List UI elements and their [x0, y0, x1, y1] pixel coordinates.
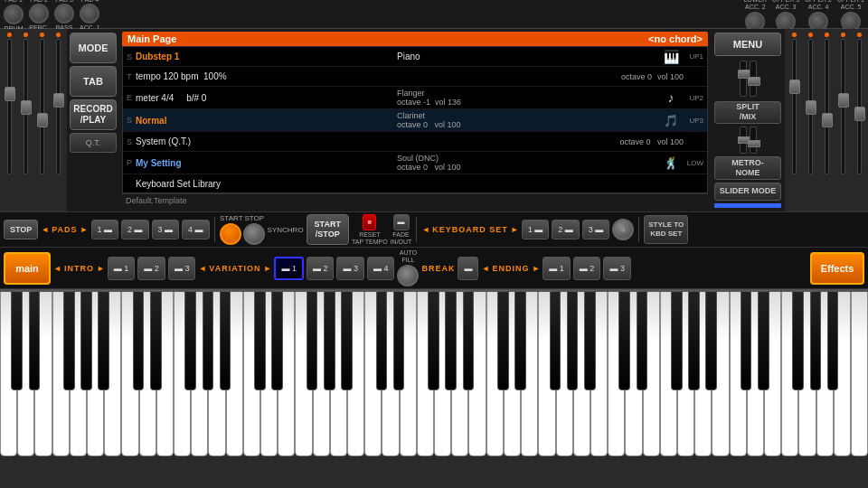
var-btn-3[interactable]: ▬ 3: [336, 257, 364, 280]
synchro-start-btn[interactable]: [220, 223, 241, 245]
display-row-7[interactable]: Keyboard Set Library: [123, 174, 707, 192]
black-key[interactable]: [827, 292, 838, 390]
fader-ch1-handle[interactable]: [5, 87, 15, 101]
ending-btn-2[interactable]: ▬ 2: [573, 257, 601, 280]
qt-button[interactable]: Q.T.: [70, 133, 117, 153]
start-stop-btn[interactable]: START/STOP: [307, 214, 349, 245]
display-row-6[interactable]: P My Setting Soul (DNC)octave 0 vol 100 …: [123, 152, 707, 174]
effects-button[interactable]: Effects: [810, 252, 864, 285]
black-key[interactable]: [618, 292, 629, 390]
display-row-3[interactable]: E meter 4/4 b/# 0 Flangeroctave -1 vol 1…: [123, 87, 707, 109]
main-button[interactable]: main: [4, 252, 51, 285]
pad-1-button[interactable]: [4, 5, 24, 24]
stop-button[interactable]: STOP: [4, 220, 38, 239]
mode-button[interactable]: MODE: [70, 33, 117, 63]
kbd-num-1[interactable]: 1 ▬: [522, 220, 550, 239]
black-key[interactable]: [514, 292, 525, 390]
black-key[interactable]: [376, 292, 387, 390]
auto-fill-btn[interactable]: [397, 265, 419, 286]
synchro-stop-btn[interactable]: [243, 223, 265, 245]
black-key[interactable]: [80, 292, 91, 390]
rfader-ch2-track[interactable]: [808, 39, 813, 174]
black-key[interactable]: [550, 292, 561, 390]
black-key[interactable]: [567, 292, 578, 390]
fader-ch3-track[interactable]: [40, 39, 44, 174]
pad-num-4[interactable]: 4 ▬: [182, 220, 210, 239]
black-key[interactable]: [445, 292, 456, 390]
intro-btn-1[interactable]: ▬ 1: [108, 257, 136, 280]
var-btn-4[interactable]: ▬ 4: [367, 257, 395, 280]
fade-btn[interactable]: ▬: [393, 214, 410, 230]
black-key[interactable]: [11, 292, 22, 390]
black-key[interactable]: [29, 292, 40, 390]
kbd-num-4-btn[interactable]: 4: [612, 219, 634, 240]
black-key[interactable]: [671, 292, 682, 390]
var-btn-1[interactable]: ▬ 1: [274, 257, 304, 280]
split-fader-1[interactable]: [740, 127, 747, 154]
black-key[interactable]: [428, 292, 439, 390]
black-key[interactable]: [307, 292, 317, 390]
black-key[interactable]: [98, 292, 108, 390]
metronome-button[interactable]: METRO-NOME: [714, 156, 781, 180]
black-key[interactable]: [184, 292, 195, 390]
intro-btn-2[interactable]: ▬ 2: [137, 257, 165, 280]
black-key[interactable]: [792, 292, 803, 390]
kbd-num-2[interactable]: 2 ▬: [552, 220, 580, 239]
display-row-2[interactable]: T tempo 120 bpm 100% octave 0 vol 100: [123, 67, 707, 87]
black-key[interactable]: [220, 292, 231, 390]
pad-num-3[interactable]: 3 ▬: [152, 220, 180, 239]
fader-ch3-handle[interactable]: [37, 113, 48, 127]
black-key[interactable]: [133, 292, 144, 390]
kbd-num-3[interactable]: 3 ▬: [582, 220, 610, 239]
slider-mode-button[interactable]: SLIDER MODE: [714, 183, 781, 201]
fader-ch2-track[interactable]: [24, 39, 28, 174]
black-key[interactable]: [271, 292, 282, 390]
var-btn-2[interactable]: ▬ 2: [307, 257, 335, 280]
intro-btn-3[interactable]: ▬ 3: [168, 257, 196, 280]
break-btn[interactable]: ▬: [458, 257, 478, 280]
tab-button[interactable]: TAB: [70, 66, 117, 97]
fader-ch1-track[interactable]: [7, 39, 12, 174]
ending-btn-1[interactable]: ▬ 1: [542, 257, 571, 280]
black-key[interactable]: [324, 292, 335, 390]
black-key[interactable]: [584, 292, 595, 390]
style-to-kbd-btn[interactable]: STYLE TOKBD SET: [644, 215, 688, 244]
pad-num-1[interactable]: 1 ▬: [91, 220, 119, 239]
fader-ch4-track[interactable]: [56, 39, 61, 174]
rfader-ch4-track[interactable]: [841, 39, 845, 174]
black-key[interactable]: [705, 292, 716, 390]
display-row-5[interactable]: S System (Q.T.) octave 0 vol 100: [123, 132, 707, 152]
black-key[interactable]: [758, 292, 769, 390]
pad-4-button[interactable]: [80, 4, 99, 23]
display-row-1[interactable]: S Dubstep 1 Piano 🎹 UP1: [123, 47, 707, 67]
black-key[interactable]: [150, 292, 161, 390]
black-key[interactable]: [497, 292, 508, 390]
black-key[interactable]: [688, 292, 699, 390]
white-key[interactable]: [851, 292, 868, 456]
split-mix-button[interactable]: SPLIT/MIX: [714, 101, 781, 125]
rfader-ch1-track[interactable]: [792, 39, 797, 174]
rfader-ch3-track[interactable]: [825, 39, 829, 174]
menu-fader-1[interactable]: [740, 61, 747, 97]
black-key[interactable]: [254, 292, 265, 390]
black-key[interactable]: [637, 292, 647, 390]
record-play-button[interactable]: RECORD/PLAY: [70, 99, 117, 130]
menu-fader-2[interactable]: [750, 61, 757, 97]
black-key[interactable]: [810, 292, 821, 390]
fader-ch4-handle[interactable]: [53, 93, 64, 108]
menu-button[interactable]: MENU: [714, 33, 781, 56]
fader-ch2-handle[interactable]: [21, 100, 32, 115]
black-key[interactable]: [341, 292, 352, 390]
pad-num-2[interactable]: 2 ▬: [121, 220, 149, 239]
display-row-4[interactable]: S Normal Clarinetoctave 0 vol 100 🎵 UP3: [123, 109, 707, 132]
black-key[interactable]: [63, 292, 74, 390]
black-key[interactable]: [463, 292, 474, 390]
black-key[interactable]: [741, 292, 751, 390]
rfader-ch5-track[interactable]: [857, 39, 862, 174]
pad-3-button[interactable]: [54, 4, 74, 23]
black-key[interactable]: [393, 292, 404, 390]
pad-2-button[interactable]: [29, 4, 49, 23]
ending-btn-3[interactable]: ▬ 3: [603, 257, 631, 280]
split-fader-2[interactable]: [750, 127, 757, 154]
reset-tap-btn[interactable]: ■: [363, 214, 376, 230]
